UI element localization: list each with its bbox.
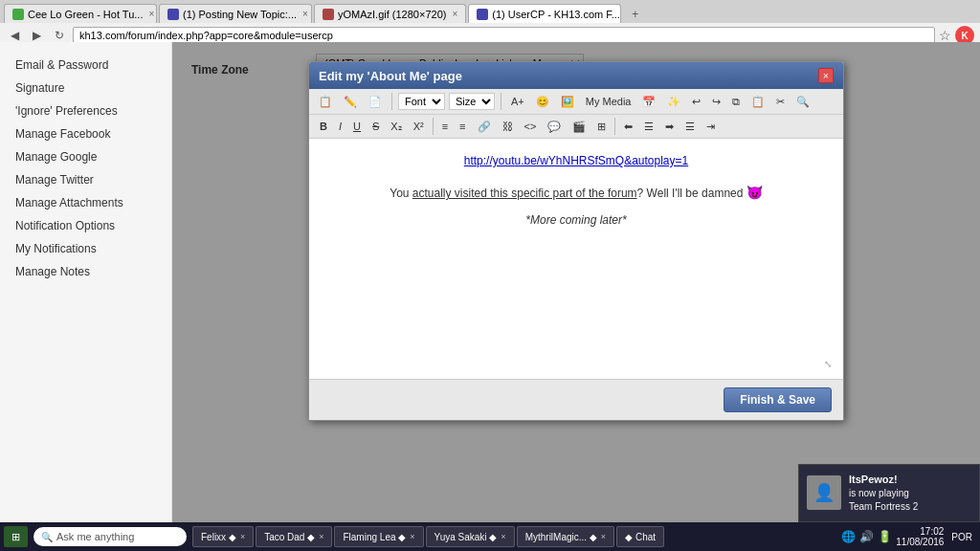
format-quote-button[interactable]: 💬 — [543, 119, 566, 135]
resize-handle[interactable]: ⤡ — [317, 357, 835, 371]
sidebar-item-manage-facebook[interactable]: Manage Facebook — [0, 122, 171, 145]
modal-editor[interactable]: http://youtu.be/wYhNHRSfSmQ&autoplay=1 Y… — [309, 139, 843, 379]
toolbar-calendar-button[interactable]: 📅 — [638, 94, 659, 110]
taskbar-tab-close-4[interactable]: × — [501, 532, 505, 541]
tab-3[interactable]: yOMAzI.gif (1280×720) × — [314, 4, 466, 23]
chat-notification: 👤 ItsPewoz! is now playing Team Fortress… — [798, 464, 980, 522]
tab-label-2: (1) Posting New Topic:... — [183, 9, 297, 20]
sidebar-item-manage-attachments[interactable]: Manage Attachments — [0, 191, 171, 214]
sidebar-item-manage-twitter[interactable]: Manage Twitter — [0, 168, 171, 191]
toolbar-cut-button[interactable]: ✂ — [772, 94, 789, 110]
toolbar-undo-button[interactable]: ↩ — [688, 94, 704, 110]
chat-info: ItsPewoz! is now playing Team Fortress 2 — [849, 473, 918, 514]
tab-favicon-3 — [323, 9, 334, 20]
format-sub-button[interactable]: X₂ — [386, 119, 406, 135]
tab-2[interactable]: (1) Posting New Topic:... × — [159, 4, 312, 23]
tab-close-3[interactable]: × — [452, 9, 457, 19]
format-divider-1 — [433, 118, 434, 135]
tab-favicon-2 — [167, 9, 179, 20]
tab-favicon-4 — [477, 9, 488, 20]
toolbar-redo-button[interactable]: ↪ — [708, 94, 724, 110]
about-me-modal: Edit my 'About Me' page × 📋 ✏️ 📄 Font Si… — [308, 61, 844, 421]
toolbar-emoji-button[interactable]: 😊 — [532, 94, 553, 110]
format-underline-button[interactable]: U — [348, 119, 366, 134]
chat-status-line1: is now playing — [849, 487, 918, 500]
main-content: Email & Password Signature 'Ignore' Pref… — [0, 42, 980, 522]
tab-close-2[interactable]: × — [302, 9, 308, 19]
sidebar-item-email-password[interactable]: Email & Password — [0, 54, 171, 77]
taskbar-tab-close-2[interactable]: × — [319, 532, 323, 541]
sidebar-item-ignore-preferences[interactable]: 'Ignore' Preferences — [0, 99, 171, 122]
size-select[interactable]: Size — [449, 93, 495, 110]
toolbar-edit-button[interactable]: ✏️ — [340, 94, 361, 110]
taskbar-tab-close-1[interactable]: × — [240, 532, 245, 541]
toolbar-paste-button[interactable]: 📋 — [315, 94, 336, 110]
format-italic-button[interactable]: I — [334, 119, 346, 134]
format-align-left-button[interactable]: ⬅ — [619, 119, 637, 135]
modal-overlay: Edit my 'About Me' page × 📋 ✏️ 📄 Font Si… — [172, 42, 980, 522]
taskbar-system-icons: 🌐 🔊 🔋 — [841, 530, 892, 543]
format-ul-button[interactable]: ≡ — [455, 119, 470, 134]
taskbar-tab-close-5[interactable]: × — [601, 532, 606, 541]
bookmark-button[interactable]: ☆ — [939, 28, 951, 43]
sound-icon: 🔊 — [859, 530, 874, 543]
format-sup-button[interactable]: X² — [409, 119, 429, 134]
taskbar-search-label[interactable]: Ask me anything — [56, 531, 134, 542]
format-indent-button[interactable]: ⇥ — [702, 119, 720, 135]
taskbar: ⊞ 🔍 Ask me anything Felixx ◆ × Taco Dad … — [0, 522, 980, 551]
format-align-right-button[interactable]: ➡ — [660, 119, 679, 135]
taskbar-tab-2[interactable]: Taco Dad ◆ × — [256, 526, 332, 547]
font-select[interactable]: Font — [398, 93, 445, 110]
toolbar-divider-2 — [501, 93, 501, 110]
taskbar-tab-4[interactable]: Yuya Sakaki ◆ × — [426, 526, 515, 547]
taskbar-tab-3[interactable]: Flaming Lea ◆ × — [334, 526, 423, 547]
format-ol-button[interactable]: ≡ — [437, 119, 453, 134]
new-tab-button[interactable]: + — [627, 6, 643, 23]
toolbar-divider-1 — [391, 93, 392, 110]
format-unlink-button[interactable]: ⛓ — [498, 119, 518, 134]
sidebar-item-notification-options[interactable]: Notification Options — [0, 214, 171, 237]
finish-save-button[interactable]: Finish & Save — [724, 387, 832, 412]
toolbar-grow-button[interactable]: A+ — [507, 94, 528, 109]
toolbar-find-button[interactable]: 🔍 — [792, 94, 813, 110]
modal-footer: Finish & Save — [309, 379, 843, 420]
sidebar-item-manage-google[interactable]: Manage Google — [0, 145, 171, 168]
format-divider-2 — [614, 118, 615, 135]
clock-date: 11/08/2016 — [896, 537, 944, 547]
taskbar-tab-5[interactable]: MythrilMagic... ◆ × — [517, 526, 615, 547]
toolbar-copy2-button[interactable]: ⧉ — [728, 94, 744, 110]
sidebar-item-my-notifications[interactable]: My Notifications — [0, 237, 171, 260]
taskbar-tab-6[interactable]: ◆ Chat — [616, 526, 664, 547]
format-code-button[interactable]: <> — [520, 119, 542, 134]
taskbar-tab-close-3[interactable]: × — [410, 532, 414, 541]
format-media-button[interactable]: 🎬 — [568, 119, 590, 135]
taskbar-lang: POR — [951, 532, 972, 542]
tab-1[interactable]: Cee Lo Green - Hot Tu... × — [4, 4, 157, 23]
toolbar-image-button[interactable]: 🖼️ — [557, 94, 578, 110]
start-button[interactable]: ⊞ — [4, 526, 28, 547]
format-table-button[interactable]: ⊞ — [592, 119, 611, 135]
taskbar-tabs: Felixx ◆ × Taco Dad ◆ × Flaming Lea ◆ × … — [187, 526, 841, 547]
modal-toolbar-1: 📋 ✏️ 📄 Font Size A+ 😊 🖼️ My Media 📅 — [309, 89, 843, 115]
toolbar-paste2-button[interactable]: 📋 — [747, 94, 768, 110]
toolbar-media-button[interactable]: My Media — [582, 94, 635, 109]
toolbar-special-button[interactable]: ✨ — [663, 94, 684, 110]
tab-close-1[interactable]: × — [148, 9, 154, 19]
sidebar-item-signature[interactable]: Signature — [0, 77, 171, 99]
modal-close-button[interactable]: × — [818, 68, 834, 83]
format-link-button[interactable]: 🔗 — [473, 119, 496, 135]
format-align-center-button[interactable]: ☰ — [639, 119, 658, 135]
tab-label-1: Cee Lo Green - Hot Tu... — [28, 9, 143, 20]
content-area: Time Zone (GMT) Casablanca, Dublin, Lond… — [172, 42, 980, 522]
sidebar-item-manage-notes[interactable]: Manage Notes — [0, 260, 171, 283]
format-strike-button[interactable]: S — [368, 119, 384, 134]
taskbar-search-box[interactable]: 🔍 Ask me anything — [33, 527, 187, 546]
editor-content-area[interactable]: http://youtu.be/wYhNHRSfSmQ&autoplay=1 Y… — [317, 146, 835, 357]
chat-avatar: 👤 — [807, 475, 841, 510]
toolbar-copy-button[interactable]: 📄 — [365, 94, 386, 110]
format-bold-button[interactable]: B — [315, 119, 332, 134]
format-align-justify-button[interactable]: ☰ — [680, 119, 700, 135]
taskbar-tab-1[interactable]: Felixx ◆ × — [192, 526, 254, 547]
tab-4[interactable]: (1) UserCP - KH13.com F... × — [468, 4, 621, 23]
modal-title: Edit my 'About Me' page — [319, 69, 462, 83]
